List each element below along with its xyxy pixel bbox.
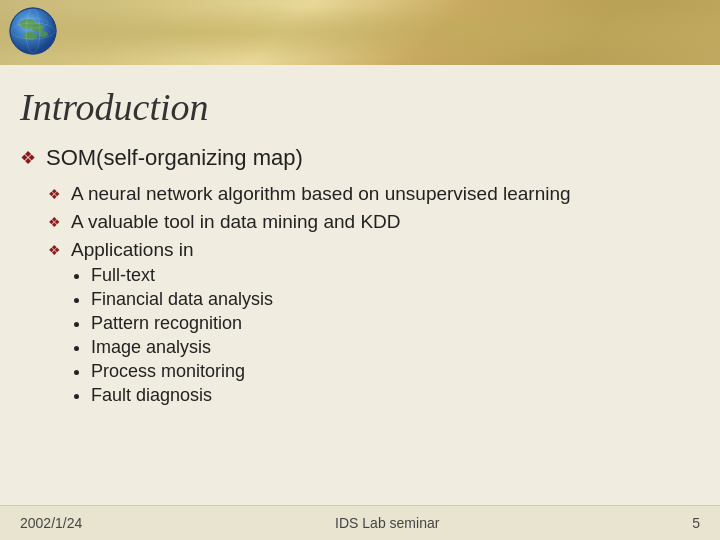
sub-bullet-text-1: A neural network algorithm based on unsu…: [71, 183, 571, 205]
footer: 2002/1/24 IDS Lab seminar 5: [0, 505, 720, 540]
svg-point-0: [10, 8, 56, 54]
applications-list: Full-text Financial data analysis Patter…: [91, 265, 273, 406]
svg-point-6: [18, 18, 48, 28]
main-content: Introduction ❖ SOM(self-organizing map) …: [0, 65, 720, 505]
svg-point-4: [38, 31, 48, 37]
sub-diamond-icon-2: ❖: [48, 214, 61, 231]
app-diamond-icon: ❖: [48, 242, 61, 259]
svg-point-7: [26, 9, 40, 53]
sub-bullet-2: ❖ A valuable tool in data mining and KDD: [48, 211, 690, 233]
svg-point-2: [32, 24, 44, 32]
sub-diamond-icon-1: ❖: [48, 186, 61, 203]
footer-page: 5: [692, 515, 700, 531]
list-item: Image analysis: [91, 337, 273, 358]
list-item: Full-text: [91, 265, 273, 286]
sub-bullet-1: ❖ A neural network algorithm based on un…: [48, 183, 690, 205]
main-bullet-text: SOM(self-organizing map): [46, 145, 303, 171]
svg-point-5: [11, 23, 55, 39]
page-title: Introduction: [20, 85, 690, 129]
list-item: Pattern recognition: [91, 313, 273, 334]
applications-content: Applications in Full-text Financial data…: [71, 239, 273, 409]
footer-seminar: IDS Lab seminar: [335, 515, 439, 531]
main-diamond-icon: ❖: [20, 147, 36, 169]
footer-date: 2002/1/24: [20, 515, 82, 531]
header-banner: [0, 0, 720, 65]
svg-point-8: [10, 8, 56, 54]
list-item: Process monitoring: [91, 361, 273, 382]
sub-bullets-container: ❖ A neural network algorithm based on un…: [48, 183, 690, 409]
applications-label: Applications in: [71, 239, 194, 260]
list-item: Financial data analysis: [91, 289, 273, 310]
applications-bullet: ❖ Applications in Full-text Financial da…: [48, 239, 690, 409]
svg-point-3: [23, 32, 37, 40]
svg-point-1: [20, 19, 36, 29]
list-item: Fault diagnosis: [91, 385, 273, 406]
globe-icon: [8, 6, 58, 56]
main-bullet: ❖ SOM(self-organizing map): [20, 145, 690, 171]
sub-bullet-text-2: A valuable tool in data mining and KDD: [71, 211, 401, 233]
